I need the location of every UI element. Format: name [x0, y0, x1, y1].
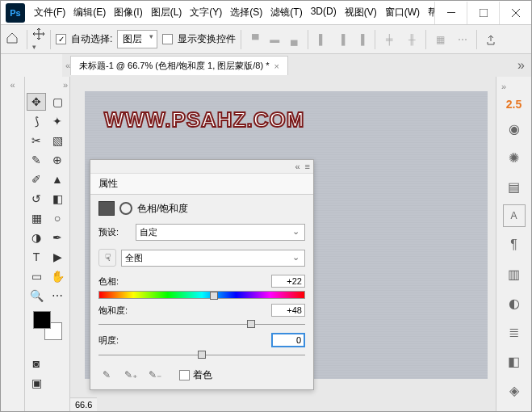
pen-tool[interactable]: ✒ — [48, 229, 67, 246]
watermark-text: WWW.PSAHZ.COM — [104, 107, 304, 132]
align-top-icon[interactable]: ▀ — [246, 31, 264, 48]
tools-collapse-icon[interactable]: » — [27, 80, 68, 90]
separator — [425, 30, 426, 49]
preset-select[interactable]: 自定 — [136, 224, 305, 241]
collapse-icon[interactable]: « — [10, 80, 15, 90]
distribute-icon[interactable]: ╪ — [380, 31, 398, 48]
quick-mask-tool[interactable]: ◙ — [27, 355, 46, 372]
scrubby-icon[interactable]: ☟ — [98, 249, 116, 267]
menu-window[interactable]: 窗口(W) — [381, 6, 424, 19]
show-transform-checkbox[interactable] — [162, 34, 173, 44]
lightness-slider[interactable] — [98, 351, 305, 359]
dodge-tool[interactable]: ◑ — [27, 229, 46, 246]
stamp-tool[interactable]: ▲ — [48, 170, 67, 188]
tab-overflow-icon[interactable]: » — [511, 58, 531, 73]
hue-thumb[interactable] — [210, 292, 218, 300]
eyedropper-subtract-icon[interactable]: ✎₋ — [147, 367, 163, 383]
menu-file[interactable]: 文件(F) — [30, 6, 69, 19]
panel-tab-properties[interactable]: 属性 — [90, 174, 313, 195]
menu-text[interactable]: 文字(Y) — [186, 6, 226, 19]
preset-label: 预设: — [98, 226, 131, 238]
color-icon[interactable]: ◉ — [503, 117, 526, 140]
hue-value-input[interactable]: +22 — [271, 275, 305, 288]
more-options-icon[interactable]: ⋯ — [454, 31, 471, 48]
align-left-icon[interactable]: ▌ — [313, 31, 331, 48]
frame-tool[interactable]: ▧ — [48, 132, 67, 149]
align-vcenter-icon[interactable]: ▬ — [266, 31, 283, 48]
hand-tool[interactable]: ✋ — [48, 267, 67, 285]
saturation-value-input[interactable]: +48 — [271, 304, 305, 317]
paths-icon[interactable]: ◈ — [503, 379, 526, 401]
layers-icon[interactable]: ▥ — [503, 263, 526, 285]
zoom-status[interactable]: 66.6 — [70, 397, 97, 411]
channels-icon[interactable]: ◧ — [503, 350, 526, 372]
foreground-color[interactable] — [33, 311, 51, 329]
shape-tool[interactable]: ▭ — [27, 267, 46, 285]
distribute-icon[interactable]: ╫ — [403, 31, 421, 48]
panel-collapse-icon[interactable]: « — [62, 61, 70, 70]
hue-slider[interactable] — [98, 291, 305, 299]
align-bottom-icon[interactable]: ▄ — [285, 31, 303, 48]
eyedropper-tool[interactable]: ✎ — [27, 151, 46, 169]
colorize-checkbox[interactable] — [179, 370, 190, 380]
eyedropper-icon[interactable]: ✎ — [98, 367, 115, 383]
panel-collapse-icon[interactable]: « — [295, 162, 300, 171]
separator — [375, 30, 375, 49]
menu-filter[interactable]: 滤镜(T) — [266, 6, 306, 19]
layer-dropdown[interactable]: 图层 — [117, 30, 157, 48]
history-icon[interactable]: ▤ — [503, 175, 526, 198]
home-icon[interactable] — [6, 32, 22, 48]
magic-wand-tool[interactable]: ✦ — [48, 112, 67, 130]
panel-menu-icon[interactable]: ≡ — [305, 162, 310, 171]
eraser-tool[interactable]: ◧ — [48, 190, 67, 208]
history-brush-tool[interactable]: ↺ — [27, 190, 46, 208]
type-tool[interactable]: T — [27, 248, 46, 266]
saturation-thumb[interactable] — [247, 320, 255, 328]
menu-edit[interactable]: 编辑(E) — [69, 6, 110, 19]
path-select-tool[interactable]: ▶ — [48, 248, 67, 266]
fx-icon[interactable]: ≣ — [503, 321, 526, 343]
paragraph-icon[interactable]: ¶ — [503, 233, 526, 256]
brush-tool[interactable]: ✐ — [27, 170, 46, 188]
maximize-button[interactable] — [467, 2, 499, 24]
edit-toolbar[interactable]: ⋯ — [48, 287, 67, 305]
color-swatch[interactable] — [33, 311, 62, 340]
crop-tool[interactable]: ✂ — [27, 132, 46, 149]
close-tab-icon[interactable]: × — [274, 61, 279, 71]
menu-view[interactable]: 视图(V) — [341, 6, 381, 19]
marquee-tool[interactable]: ▢ — [48, 93, 67, 111]
expand-icon[interactable]: » — [501, 82, 506, 91]
move-tool-icon[interactable]: ▾ — [32, 27, 45, 52]
move-tool[interactable]: ✥ — [27, 93, 46, 111]
zoom-tool[interactable]: 🔍 — [27, 287, 46, 305]
document-tab[interactable]: 未标题-1 @ 66.7% (色相/饱和度 1, 图层蒙版/8) * × — [70, 56, 288, 75]
screen-mode-tool[interactable]: ▣ — [27, 374, 46, 392]
close-button[interactable] — [499, 2, 531, 24]
saturation-slider[interactable] — [98, 320, 305, 328]
align-hcenter-icon[interactable]: ▐ — [333, 31, 350, 48]
swatches-icon[interactable]: ✺ — [503, 146, 526, 169]
char-icon[interactable]: A — [503, 204, 526, 227]
auto-select-checkbox[interactable]: ✓ — [56, 34, 66, 44]
menu-image[interactable]: 图像(I) — [110, 6, 146, 19]
gradient-tool[interactable]: ▦ — [27, 209, 46, 227]
adjustments-icon[interactable]: ◐ — [503, 292, 526, 314]
separator — [308, 30, 308, 49]
blur-tool[interactable]: ○ — [48, 209, 67, 227]
share-icon[interactable] — [482, 31, 500, 48]
healing-tool[interactable]: ⊕ — [48, 151, 67, 169]
separator — [50, 30, 51, 49]
align-right-icon[interactable]: ▐ — [352, 31, 370, 48]
lightness-thumb[interactable] — [198, 351, 206, 359]
lasso-tool[interactable]: ⟆ — [27, 112, 46, 130]
menu-layer[interactable]: 图层(L) — [147, 6, 186, 19]
lightness-value-input[interactable]: 0 — [271, 333, 305, 347]
eyedropper-add-icon[interactable]: ✎₊ — [123, 367, 139, 383]
properties-panel: « ≡ 属性 色相/饱和度 预设: 自定 ☟ 全图 色相: +22 — [90, 159, 314, 390]
menu-help[interactable]: 帮 — [424, 6, 434, 19]
menu-select[interactable]: 选择(S) — [226, 6, 266, 19]
minimize-button[interactable] — [434, 2, 467, 24]
3d-mode-icon[interactable]: ▦ — [431, 31, 449, 48]
menu-3d[interactable]: 3D(D) — [307, 6, 341, 19]
range-select[interactable]: 全图 — [121, 250, 305, 267]
